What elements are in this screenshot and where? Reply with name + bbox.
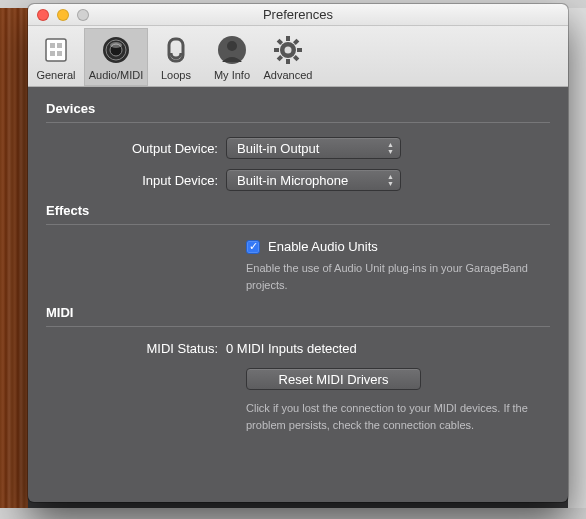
- enable-audio-units-checkbox[interactable]: ✓: [246, 240, 260, 254]
- chevron-updown-icon: ▲▼: [387, 173, 394, 187]
- tab-my-info[interactable]: My Info: [204, 28, 260, 86]
- background-wood-sidebar: [0, 8, 28, 508]
- section-rule: [46, 326, 550, 327]
- output-device-label: Output Device:: [46, 141, 226, 156]
- svg-rect-20: [293, 55, 299, 61]
- midi-status-value: 0 MIDI Inputs detected: [226, 341, 357, 356]
- enable-audio-units-row: ✓ Enable Audio Units: [246, 239, 550, 254]
- close-button[interactable]: [37, 9, 49, 21]
- gear-icon: [272, 34, 304, 66]
- preferences-window: Preferences General: [28, 4, 568, 502]
- output-device-select[interactable]: Built-in Output ▲▼: [226, 137, 401, 159]
- tab-loops[interactable]: Loops: [148, 28, 204, 86]
- general-icon: [40, 34, 72, 66]
- svg-rect-16: [297, 48, 302, 52]
- output-device-row: Output Device: Built-in Output ▲▼: [46, 137, 550, 159]
- section-heading-midi: MIDI: [46, 305, 550, 320]
- tab-label: My Info: [214, 69, 250, 81]
- minimize-button[interactable]: [57, 9, 69, 21]
- svg-rect-4: [57, 51, 62, 56]
- input-device-row: Input Device: Built-in Microphone ▲▼: [46, 169, 550, 191]
- input-device-label: Input Device:: [46, 173, 226, 188]
- svg-point-11: [227, 41, 237, 51]
- svg-rect-18: [277, 55, 283, 61]
- reset-midi-drivers-label: Reset MIDI Drivers: [279, 372, 389, 387]
- svg-rect-1: [50, 43, 55, 48]
- section-heading-effects: Effects: [46, 203, 550, 218]
- person-icon: [216, 34, 248, 66]
- svg-point-8: [110, 42, 122, 48]
- input-device-select[interactable]: Built-in Microphone ▲▼: [226, 169, 401, 191]
- tab-audio-midi[interactable]: Audio/MIDI: [84, 28, 148, 86]
- tab-label: Audio/MIDI: [89, 69, 143, 81]
- preferences-toolbar: General Audio/MIDI Loops: [28, 26, 568, 87]
- background-window-bottom: [0, 508, 586, 519]
- preferences-content: Devices Output Device: Built-in Output ▲…: [28, 87, 568, 488]
- titlebar: Preferences: [28, 4, 568, 26]
- svg-rect-2: [57, 43, 62, 48]
- input-device-value: Built-in Microphone: [237, 173, 348, 188]
- audio-units-hint: Enable the use of Audio Unit plug-ins in…: [246, 260, 550, 293]
- section-rule: [46, 122, 550, 123]
- svg-rect-14: [286, 59, 290, 64]
- tab-advanced[interactable]: Advanced: [260, 28, 316, 86]
- svg-rect-3: [50, 51, 55, 56]
- speaker-icon: [100, 34, 132, 66]
- midi-hint: Click if you lost the connection to your…: [246, 400, 550, 433]
- section-rule: [46, 224, 550, 225]
- output-device-value: Built-in Output: [237, 141, 319, 156]
- zoom-button[interactable]: [77, 9, 89, 21]
- svg-rect-17: [293, 39, 299, 45]
- tab-label: General: [36, 69, 75, 81]
- section-heading-devices: Devices: [46, 101, 550, 116]
- reset-midi-drivers-button[interactable]: Reset MIDI Drivers: [246, 368, 421, 390]
- midi-status-label: MIDI Status:: [46, 341, 226, 356]
- enable-audio-units-label: Enable Audio Units: [268, 239, 378, 254]
- tab-label: Loops: [161, 69, 191, 81]
- window-controls: [28, 9, 89, 21]
- midi-status-row: MIDI Status: 0 MIDI Inputs detected: [46, 341, 550, 356]
- svg-point-21: [285, 47, 292, 54]
- svg-rect-15: [274, 48, 279, 52]
- svg-rect-19: [277, 39, 283, 45]
- tab-general[interactable]: General: [28, 28, 84, 86]
- tab-label: Advanced: [264, 69, 313, 81]
- chevron-updown-icon: ▲▼: [387, 141, 394, 155]
- check-icon: ✓: [249, 241, 258, 252]
- window-title: Preferences: [28, 7, 568, 22]
- loops-icon: [160, 34, 192, 66]
- svg-rect-13: [286, 36, 290, 41]
- svg-rect-0: [46, 39, 66, 61]
